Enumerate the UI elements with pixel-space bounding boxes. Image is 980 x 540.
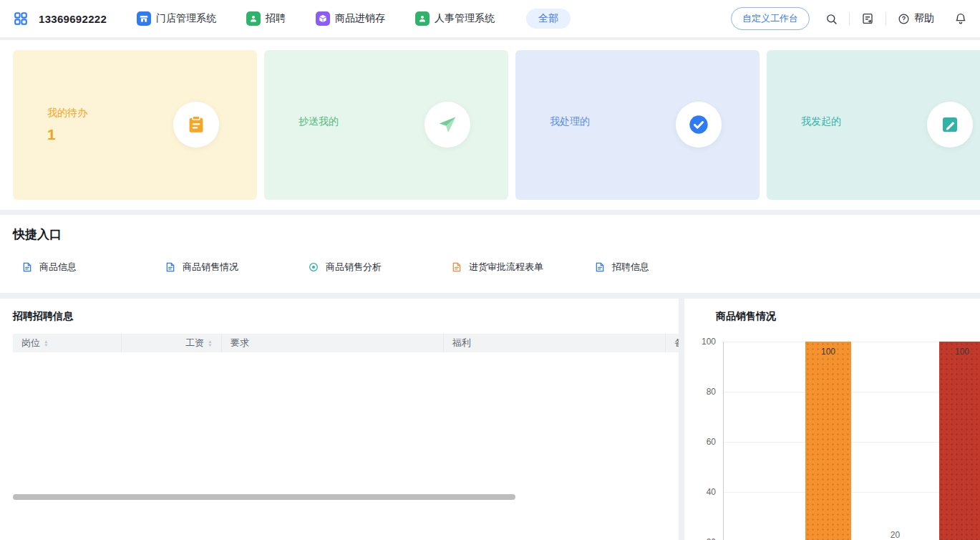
app-grid-icon[interactable] <box>13 11 29 26</box>
bottom-panels: 招聘招聘信息 岗位 ▲▼ 工资 ▲▼ 要求 福利 备注 <box>0 299 980 540</box>
column-header-requirements[interactable]: 要求 <box>222 334 444 352</box>
quick-item-label: 进货审批流程表单 <box>469 261 543 274</box>
app-nav: 门店管理系统 招聘 商品进销存 人事管理系统 <box>107 11 495 26</box>
horizontal-scrollbar[interactable] <box>13 494 515 500</box>
help-button[interactable]: 帮助 <box>898 12 934 25</box>
card-handled-by-me[interactable]: 我处理的 <box>515 50 760 200</box>
column-header-remark[interactable]: 备注 <box>666 334 679 352</box>
doc-icon <box>21 261 33 273</box>
question-circle-icon <box>898 13 910 25</box>
y-axis-tick: 60 <box>686 437 716 447</box>
recruit-table: 岗位 ▲▼ 工资 ▲▼ 要求 福利 备注 <box>13 334 679 496</box>
recruit-panel-title: 招聘招聘信息 <box>13 310 679 323</box>
card-label: 我处理的 <box>550 115 760 128</box>
target-icon <box>308 261 319 273</box>
badge-check-icon <box>687 113 710 136</box>
help-label: 帮助 <box>914 12 934 25</box>
sort-icon[interactable]: ▲▼ <box>44 340 48 347</box>
bar-value-label: 100 <box>939 347 980 357</box>
column-header-position[interactable]: 岗位 ▲▼ <box>13 334 122 352</box>
doc-icon <box>594 261 606 273</box>
nav-app-recruit[interactable]: 招聘 <box>246 11 286 26</box>
customize-workbench-button[interactable]: 自定义工作台 <box>731 7 810 30</box>
card-my-todo[interactable]: 我的待办 1 <box>13 50 257 200</box>
bar-value-label: 20 <box>873 530 918 540</box>
bar <box>805 342 851 540</box>
app-switch-icon[interactable] <box>861 12 874 25</box>
nav-app-label: 商品进销存 <box>335 12 385 25</box>
filter-all-pill[interactable]: 全部 <box>526 9 571 29</box>
account-phone[interactable]: 13369692222 <box>39 13 107 25</box>
quick-item-product-sales[interactable]: 商品销售情况 <box>165 261 308 274</box>
card-cc-to-me[interactable]: 抄送我的 <box>264 50 508 200</box>
column-label: 福利 <box>452 337 471 349</box>
quick-item-purchase-approval[interactable]: 进货审批流程表单 <box>451 261 594 274</box>
quick-item-label: 商品销售分析 <box>326 261 382 274</box>
stat-cards-panel: 我的待办 1 抄送我的 我处理的 我发起的 <box>0 40 980 210</box>
card-label: 我的待办 <box>47 107 257 120</box>
bell-icon[interactable] <box>954 12 967 25</box>
quick-item-recruit-info[interactable]: 招聘信息 <box>594 261 737 274</box>
bar <box>939 342 980 540</box>
quick-entry-title: 快捷入口 <box>13 226 967 243</box>
topbar: 13369692222 门店管理系统 招聘 商品进销存 人事管理系统 <box>0 0 980 37</box>
recruit-info-panel: 招聘招聘信息 岗位 ▲▼ 工资 ▲▼ 要求 福利 备注 <box>0 299 679 540</box>
doc-icon <box>451 261 462 273</box>
sort-icon[interactable]: ▲▼ <box>208 340 212 347</box>
nav-app-inventory[interactable]: 商品进销存 <box>316 11 385 26</box>
quick-item-label: 商品销售情况 <box>183 261 238 274</box>
clipboard-icon <box>185 114 207 135</box>
paper-plane-icon <box>437 114 458 135</box>
column-label: 工资 <box>185 337 204 349</box>
y-axis-tick: 80 <box>686 387 716 397</box>
column-label: 备注 <box>674 337 679 349</box>
y-axis-tick: 40 <box>686 487 716 497</box>
nav-app-label: 招聘 <box>266 12 286 25</box>
bar-value-label: 100 <box>805 347 851 357</box>
column-label: 要求 <box>231 337 249 349</box>
quick-item-sales-analysis[interactable]: 商品销售分析 <box>308 261 451 274</box>
box-icon <box>316 11 330 26</box>
table-header-row: 岗位 ▲▼ 工资 ▲▼ 要求 福利 备注 <box>13 334 679 352</box>
nav-app-hr-system[interactable]: 人事管理系统 <box>415 11 495 26</box>
quick-item-product-info[interactable]: 商品信息 <box>21 261 165 274</box>
divider <box>886 12 886 25</box>
doc-icon <box>165 261 176 273</box>
quick-item-label: 招聘信息 <box>612 261 649 274</box>
y-axis-line <box>723 342 724 540</box>
sales-chart: 1008060402010020100 <box>684 299 980 540</box>
person-icon <box>415 11 430 26</box>
card-started-by-me[interactable]: 我发起的 <box>767 50 980 200</box>
quick-entry-panel: 快捷入口 商品信息 商品销售情况 商品销售分析 进货审批流程表单 招聘信息 <box>0 215 980 293</box>
table-body-empty <box>13 352 679 496</box>
sales-chart-panel: 商品销售情况 1008060402010020100 <box>684 299 980 540</box>
sales-panel-title: 商品销售情况 <box>700 310 980 323</box>
quick-item-label: 商品信息 <box>39 261 77 274</box>
y-axis-tick: 20 <box>686 537 716 540</box>
column-label: 岗位 <box>21 337 40 349</box>
nav-app-store-system[interactable]: 门店管理系统 <box>137 11 216 26</box>
divider <box>849 12 850 25</box>
y-axis-tick: 100 <box>686 337 716 347</box>
store-icon <box>137 11 151 26</box>
edit-doc-icon <box>939 114 961 135</box>
search-icon[interactable] <box>825 13 838 25</box>
nav-app-label: 人事管理系统 <box>435 12 495 25</box>
quick-entry-row: 商品信息 商品销售情况 商品销售分析 进货审批流程表单 招聘信息 <box>13 261 967 274</box>
card-count: 1 <box>47 126 257 143</box>
person-icon <box>246 11 261 26</box>
card-label: 抄送我的 <box>299 115 508 128</box>
column-header-benefits[interactable]: 福利 <box>444 334 666 352</box>
nav-app-label: 门店管理系统 <box>156 12 216 25</box>
column-header-salary[interactable]: 工资 ▲▼ <box>122 334 222 352</box>
